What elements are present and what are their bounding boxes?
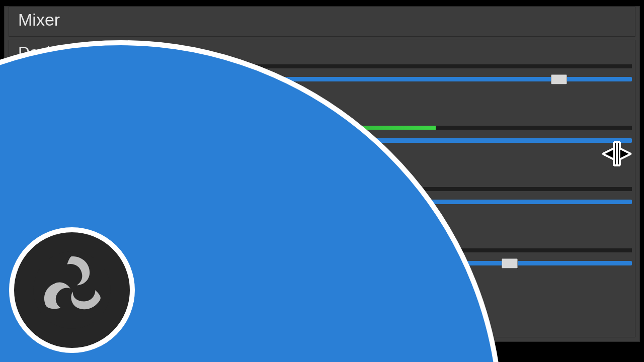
obs-logo (9, 227, 135, 353)
svg-rect-2 (617, 143, 619, 165)
panel-title-bar: Mixer (9, 7, 635, 37)
horizontal-resize-cursor-icon (601, 140, 633, 168)
volume-slider-thumb[interactable] (551, 74, 567, 84)
volume-slider-thumb[interactable] (502, 258, 518, 268)
panel-title: Mixer (18, 10, 60, 30)
svg-rect-1 (614, 143, 616, 165)
obs-logo-icon (32, 250, 112, 330)
